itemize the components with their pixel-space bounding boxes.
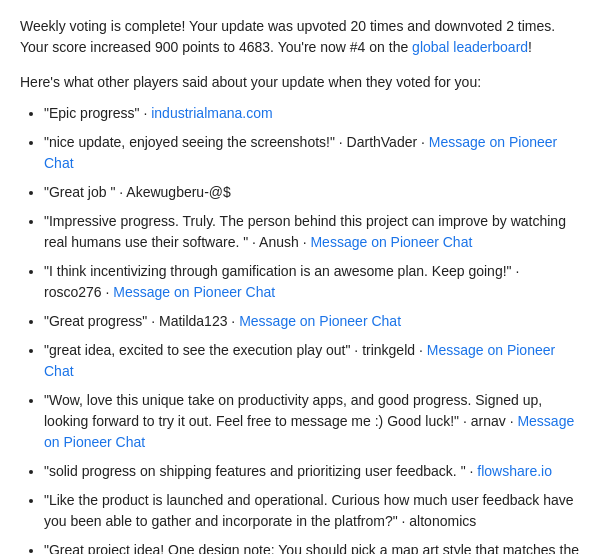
list-item: "Epic progress" · industrialmana.com [44, 103, 580, 124]
separator: · trinkgeld · [350, 342, 426, 358]
intro-line2-prefix: Your score increased 900 points to 4683.… [20, 39, 412, 55]
list-item: "Great progress" · Matilda123 · Message … [44, 311, 580, 332]
quote-text: "great idea, excited to see the executio… [44, 342, 350, 358]
list-item: "great idea, excited to see the executio… [44, 340, 580, 382]
quote-text: "I think incentivizing through gamificat… [44, 263, 512, 279]
separator: · [140, 105, 152, 121]
feedback-list: "Epic progress" · industrialmana.com "ni… [20, 103, 580, 554]
separator: · Akewugberu-@$ [115, 184, 230, 200]
quote-text: "Great project idea! One design note: Yo… [44, 542, 579, 554]
quote-text: "nice update, enjoyed seeing the screens… [44, 134, 335, 150]
list-item: "Impressive progress. Truly. The person … [44, 211, 580, 253]
list-item: "Great job " · Akewugberu-@$ [44, 182, 580, 203]
subheading-text: Here's what other players said about you… [20, 72, 580, 93]
separator: · DarthVader · [335, 134, 429, 150]
separator: · altonomics [398, 513, 477, 529]
intro-line2-end: ! [528, 39, 532, 55]
item-link[interactable]: industrialmana.com [151, 105, 272, 121]
pioneer-chat-link[interactable]: Message on Pioneer Chat [310, 234, 472, 250]
pioneer-chat-link[interactable]: Message on Pioneer Chat [113, 284, 275, 300]
leaderboard-link[interactable]: global leaderboard [412, 39, 528, 55]
separator: · [466, 463, 478, 479]
separator: · Anush · [248, 234, 310, 250]
intro-line1: Weekly voting is complete! Your update w… [20, 18, 555, 34]
list-item: "Wow, love this unique take on productiv… [44, 390, 580, 453]
quote-text: "Epic progress" [44, 105, 140, 121]
list-item: "I think incentivizing through gamificat… [44, 261, 580, 303]
list-item: "Great project idea! One design note: Yo… [44, 540, 580, 554]
item-link[interactable]: flowshare.io [477, 463, 552, 479]
quote-text: "Great progress" [44, 313, 147, 329]
separator: · arnav · [459, 413, 517, 429]
intro-paragraph: Weekly voting is complete! Your update w… [20, 16, 580, 58]
list-item: "nice update, enjoyed seeing the screens… [44, 132, 580, 174]
pioneer-chat-link[interactable]: Message on Pioneer Chat [239, 313, 401, 329]
quote-text: "Like the product is launched and operat… [44, 492, 574, 529]
list-item: "solid progress on shipping features and… [44, 461, 580, 482]
list-item: "Like the product is launched and operat… [44, 490, 580, 532]
separator: · Matilda123 · [147, 313, 239, 329]
quote-text: "solid progress on shipping features and… [44, 463, 466, 479]
quote-text: "Great job " [44, 184, 115, 200]
